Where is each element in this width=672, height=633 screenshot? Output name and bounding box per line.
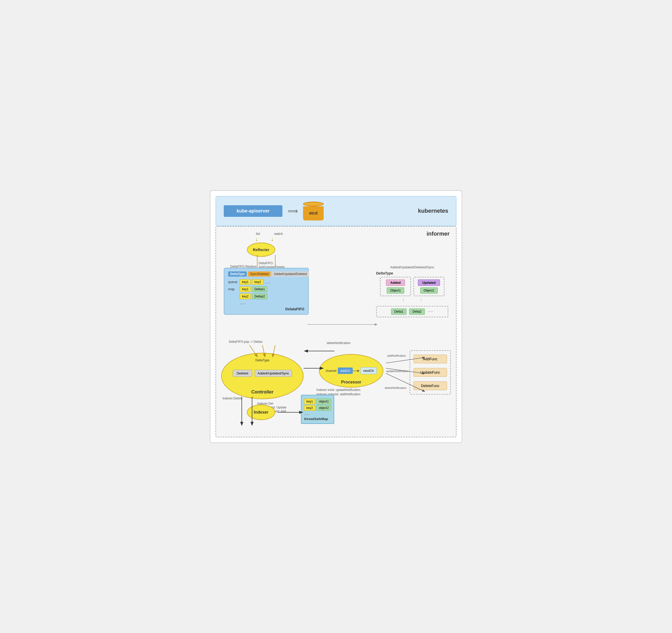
map-label: map xyxy=(228,287,238,291)
controller-title: Controller xyxy=(251,390,273,395)
kubernetes-section: kube-apiserver ⟹ etcd kubernetes xyxy=(216,196,456,226)
update-notification-label: updateNotification xyxy=(386,370,409,373)
addch-box: addCh xyxy=(338,368,353,374)
queue-key1: key1 xyxy=(240,279,251,285)
processor-oval: channel addCh nextCh Processor xyxy=(319,354,383,388)
tsm-title: threadSafeMap xyxy=(304,417,331,421)
tsm-object1: object1 xyxy=(316,399,331,404)
queue-dots: ...... xyxy=(265,280,271,284)
deltatype-bold-label: DeltaType xyxy=(376,271,448,275)
up-arrow-2: ↑ xyxy=(420,298,422,303)
tsm-key1: key1 xyxy=(304,399,315,404)
added-card: Added Object1 xyxy=(380,277,411,296)
main-diagram: kube-apiserver ⟹ etcd kubernetes informe… xyxy=(210,190,462,443)
map-key1: key1 xyxy=(240,286,251,292)
etcd-top xyxy=(303,202,323,206)
deltafifo-title: DelataFIFO xyxy=(228,307,304,311)
svg-line-9 xyxy=(386,357,425,363)
processor-title: Processor xyxy=(341,380,361,384)
svg-line-4 xyxy=(262,345,265,357)
queue-row: queue key1 key2 ...... xyxy=(228,279,304,285)
tsm-object2: object2 xyxy=(316,405,331,411)
controller-input-arrows-svg xyxy=(242,345,293,358)
map-deltas1: Deltas1 xyxy=(252,286,267,292)
addch-to-nextch-arrow xyxy=(353,368,360,373)
controller-inner: Deleted Added/Updated/Sync xyxy=(233,370,292,377)
map-key2: key2 xyxy=(240,294,251,299)
map-dots-row: ...... xyxy=(228,301,304,305)
kubernetes-label: kubernetes xyxy=(418,208,448,214)
added-object1: Object1 xyxy=(387,287,404,294)
list-watch-row: list watch xyxy=(256,232,283,236)
updated-card: Updated Object1 xyxy=(413,277,445,296)
sync-deleted-box: Sync/Deleted xyxy=(248,272,270,277)
reflector-label: Reflecter xyxy=(253,248,269,252)
delete-notification-label: deleteNotification xyxy=(327,341,351,345)
watch-label: watch xyxy=(274,232,283,236)
added-updated-deleted-sync-label: Added/Updated/Deleted/Sync xyxy=(376,265,448,269)
svg-line-3 xyxy=(249,345,257,357)
map-deltas2: Deltas2 xyxy=(252,294,267,299)
informer-section: informer list watch ↓ ↓ Reflecter DeltaF… xyxy=(216,226,456,437)
ctrl-to-indexer-arrows-svg xyxy=(237,397,262,427)
map-row1: map key1 Deltas1 xyxy=(228,286,304,292)
etcd-body: etcd xyxy=(303,206,323,220)
up-arrows-deltatype: ↑ ↑ xyxy=(376,298,448,303)
down-arrows: ↓ ↓ xyxy=(255,236,274,242)
tsm-dots: ...... xyxy=(304,412,331,416)
nextch-box: nextCh xyxy=(360,367,377,374)
processor-area: channel addCh nextCh Processor xyxy=(319,354,383,388)
tsm-row1: key1 object1 xyxy=(304,399,331,404)
queue-label: queue xyxy=(228,280,238,284)
list-arrow: ↓ xyxy=(255,236,258,242)
delta-type-tag: DeltaType xyxy=(228,272,247,277)
list-label: list xyxy=(256,232,260,236)
added-box: Added xyxy=(386,279,405,286)
kube-apiserver-box: kube-apiserver xyxy=(224,205,283,217)
channel-label: channel xyxy=(326,369,337,373)
queue-key2: key2 xyxy=(252,279,263,285)
indexer-to-tsm-arrow-svg xyxy=(278,408,304,416)
watch-arrow: ↓ xyxy=(271,236,274,242)
proc-to-handler-arrows-svg xyxy=(386,353,427,404)
controller-delta-label: DeltaType xyxy=(256,358,269,362)
delta-bottom-row: Delta1 Delta2 ...... xyxy=(376,306,448,317)
etcd-cylinder: etcd xyxy=(303,202,323,220)
map-row2: key2 Deltas2 xyxy=(228,294,304,299)
deltatype-panel: Added/Updated/Deleted/Sync DeltaType Add… xyxy=(376,265,448,317)
deltafifo-container: DeltaType Sync/Deleted Added/Updated/Del… xyxy=(224,268,309,315)
added-updated-sync-btn: Added/Updated/Sync xyxy=(255,370,292,377)
added-updated-box: Added/Updated/Deleted xyxy=(272,272,309,277)
controller-oval: DeltaType Deleted Added/Updated/Sync Con… xyxy=(221,353,304,399)
ctrl-to-proc-arrow-svg xyxy=(304,363,324,373)
tsm-key2: key2 xyxy=(304,405,315,411)
threadsafemap-section: key1 object1 key2 object2 ...... threadS… xyxy=(301,395,334,424)
updated-box: Updated xyxy=(418,279,440,286)
proc-to-ctrl-delete-arrow-svg xyxy=(304,347,334,355)
controller-area: DeltaType Deleted Added/Updated/Sync Con… xyxy=(221,353,304,399)
delta1-box: Delta1 xyxy=(391,308,407,315)
delete-notification2-label: deleteNotification xyxy=(385,386,406,390)
informer-label: informer xyxy=(427,231,450,237)
up-arrow-1: ↑ xyxy=(402,298,405,303)
indexer-exist-notif-label: Indexer exist: updaetNotification xyxy=(316,388,360,392)
map-dots: ...... xyxy=(240,301,246,305)
deleted-btn: Deleted xyxy=(233,370,252,377)
deltafifo-to-deltatype-arrow-svg xyxy=(307,319,380,330)
deltafifo-header: DeltaType Sync/Deleted Added/Updated/Del… xyxy=(228,272,304,277)
api-to-etcd-arrow: ⟹ xyxy=(288,207,298,215)
reflector-oval: Reflecter xyxy=(247,242,275,257)
svg-line-5 xyxy=(273,345,275,357)
deltatype-boxes: Added Object1 Updated Object1 xyxy=(376,277,448,296)
deltafifo-pop-label: DeltaFIFO.pop -> Deltas xyxy=(229,340,262,344)
delta-dots: ...... xyxy=(427,308,433,315)
updated-object1: Object1 xyxy=(420,287,437,294)
tsm-row2: key2 object2 xyxy=(304,405,331,411)
delta2-box: Delta2 xyxy=(409,308,425,315)
add-notification-label: addNotification xyxy=(387,354,406,357)
